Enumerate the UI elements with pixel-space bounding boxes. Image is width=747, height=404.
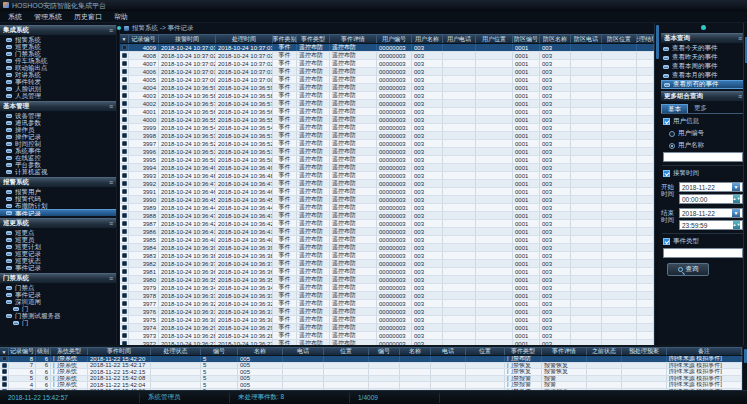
table-row[interactable]: 39842018-10-24 10:36:392018-10-24 10:36:…: [120, 244, 654, 252]
table-row[interactable]: 39942018-10-24 10:36:492018-10-24 10:36:…: [120, 164, 654, 172]
basic-query-item[interactable]: 查看昨天的事件: [661, 53, 745, 62]
sidebar-item[interactable]: 操作员: [0, 126, 116, 133]
sidebar-item[interactable]: 门禁点: [0, 284, 116, 291]
table-row[interactable]: 40082018-10-24 10:37:022018-10-24 10:37:…: [120, 52, 654, 60]
column-header[interactable]: 防区编号: [513, 35, 540, 43]
table-row[interactable]: 39982018-10-24 10:36:532018-10-24 10:36:…: [120, 132, 654, 140]
table-row[interactable]: 39932018-10-24 10:36:482018-10-24 10:36:…: [120, 172, 654, 180]
column-header[interactable]: 用户编号: [377, 35, 412, 43]
event-type-input[interactable]: [663, 248, 743, 258]
section-menu-icon[interactable]: ≡: [738, 92, 742, 101]
recv-time-checkbox[interactable]: [663, 170, 670, 177]
column-header[interactable]: 备注: [667, 348, 742, 355]
column-header[interactable]: 事件类型: [297, 35, 330, 43]
table-row[interactable]: 39902018-10-24 10:36:452018-10-24 10:36:…: [120, 196, 654, 204]
sidebar-item[interactable]: 人脸识别: [0, 85, 116, 92]
column-header[interactable]: 级别: [36, 348, 51, 355]
table-row[interactable]: 40012018-10-24 10:36:562018-10-24 10:36:…: [120, 108, 654, 116]
more-query-header[interactable]: 更多组合查询 ≡: [661, 91, 745, 102]
sidebar-item[interactable]: 布撤防计划: [0, 202, 116, 209]
bottom-table-scrollbar[interactable]: [742, 347, 747, 390]
sidebar-item[interactable]: 巡更状态: [0, 257, 116, 264]
table-row[interactable]: 39732018-10-24 10:36:282018-10-24 10:36:…: [120, 332, 654, 340]
section-menu-icon[interactable]: ≡: [109, 26, 113, 35]
column-header[interactable]: 记录编号: [129, 35, 159, 43]
basic-query-item[interactable]: 查看所有的事件: [661, 80, 745, 89]
table-row[interactable]: 39962018-10-24 10:36:512018-10-24 10:36:…: [120, 148, 654, 156]
table-row[interactable]: 39892018-10-24 10:36:442018-10-24 10:36:…: [120, 204, 654, 212]
table-row[interactable]: 40062018-10-24 10:37:012018-10-24 10:37:…: [120, 68, 654, 76]
sidebar-item[interactable]: 门: [0, 319, 116, 326]
sidebar-item[interactable]: 对讲系统: [0, 71, 116, 78]
column-header[interactable]: 处理状态: [151, 348, 201, 355]
column-header[interactable]: 事件详情: [542, 348, 587, 355]
table-row[interactable]: 39772018-10-24 10:36:322018-10-24 10:36:…: [120, 300, 654, 308]
sidebar-item[interactable]: 门禁系统: [0, 50, 116, 57]
column-header[interactable]: 记录编号: [9, 348, 36, 355]
sidebar-item[interactable]: 巡更点: [0, 229, 116, 236]
sidebar-item[interactable]: 事件转发: [0, 78, 116, 85]
column-header[interactable]: 位置: [466, 348, 505, 355]
table-row[interactable]: 39882018-10-24 10:36:432018-10-24 10:36:…: [120, 212, 654, 220]
sidebar-item[interactable]: 操作记录: [0, 133, 116, 140]
column-header[interactable]: 之前状态: [587, 348, 622, 355]
event-type-checkbox[interactable]: [663, 238, 670, 245]
section-menu-icon[interactable]: ≡: [109, 102, 113, 111]
table-row[interactable]: 40042018-10-24 10:36:592018-10-24 10:36:…: [120, 84, 654, 92]
query-button[interactable]: 查询: [667, 263, 709, 276]
table-row[interactable]: 39922018-10-24 10:36:472018-10-24 10:36:…: [120, 180, 654, 188]
query-panel-scrollbar[interactable]: [743, 23, 747, 345]
table-row[interactable]: 40022018-10-24 10:36:572018-10-24 10:36:…: [120, 100, 654, 108]
column-header[interactable]: 事件时间: [88, 348, 151, 355]
column-header[interactable]: 处理结果: [637, 35, 654, 43]
table-row[interactable]: 39792018-10-24 10:36:342018-10-24 10:36:…: [120, 284, 654, 292]
sidebar-item[interactable]: 事件记录: [0, 209, 116, 216]
sidebar-item[interactable]: 门禁测试服务器: [0, 312, 116, 319]
basic-query-header[interactable]: 基本查询 ≡: [661, 33, 745, 44]
column-header[interactable]: 防区电话: [571, 35, 602, 43]
table-row[interactable]: 40002018-10-24 10:36:552018-10-24 10:36:…: [120, 116, 654, 124]
sidebar-section-header[interactable]: 门禁系统≡: [0, 273, 116, 284]
sidebar-item[interactable]: 时间控制: [0, 140, 116, 147]
table-row[interactable]: 40032018-10-24 10:36:582018-10-24 10:36:…: [120, 92, 654, 100]
table-row[interactable]: 39822018-10-24 10:36:372018-10-24 10:36:…: [120, 260, 654, 268]
start-date-input[interactable]: 2018-11-22 ▼: [679, 182, 743, 192]
sidebar-item[interactable]: 门: [0, 305, 116, 312]
column-header[interactable]: 用户电话: [443, 35, 476, 43]
sidebar-item[interactable]: 事件记录: [0, 291, 116, 298]
sidebar-item[interactable]: 深圳道闸: [0, 298, 116, 305]
column-header[interactable]: 电话: [431, 348, 466, 355]
user-name-radio[interactable]: [669, 143, 675, 149]
column-header[interactable]: 事件详情: [330, 35, 377, 43]
menu-item-0[interactable]: 系统: [2, 11, 28, 23]
sidebar-item[interactable]: 报警用户: [0, 188, 116, 195]
table-row[interactable]: 39762018-10-24 10:36:312018-10-24 10:36:…: [120, 308, 654, 316]
time-spinner-icon[interactable]: ▲▼: [733, 195, 740, 203]
table-row[interactable]: 39872018-10-24 10:36:422018-10-24 10:36:…: [120, 220, 654, 228]
start-time-input[interactable]: 00:00:00 ▲▼: [679, 194, 743, 204]
column-header[interactable]: 用户名称: [412, 35, 443, 43]
table-row[interactable]: 39802018-10-24 10:36:352018-10-24 10:36:…: [120, 276, 654, 284]
basic-query-item[interactable]: 查看本月的事件: [661, 71, 745, 80]
table-row[interactable]: 39972018-10-24 10:36:522018-10-24 10:36:…: [120, 140, 654, 148]
panel-collapse-icon[interactable]: [701, 25, 706, 30]
sidebar-item[interactable]: 巡更系统: [0, 43, 116, 50]
table-row[interactable]: 40092018-10-24 10:37:032018-10-24 10:37:…: [120, 44, 654, 52]
tab-basic[interactable]: 基本: [661, 104, 688, 113]
left-splitter[interactable]: [116, 23, 120, 345]
end-time-input[interactable]: 23:59:59 ▲▼: [679, 220, 743, 230]
column-header[interactable]: 编号: [201, 348, 238, 355]
sidebar-section-header[interactable]: 报警系统≡: [0, 177, 116, 188]
column-header[interactable]: 名称: [400, 348, 431, 355]
section-menu-icon[interactable]: ≡: [738, 34, 742, 43]
column-header[interactable]: 防区位置: [602, 35, 637, 43]
table-row[interactable]: 39812018-10-24 10:36:362018-10-24 10:36:…: [120, 268, 654, 276]
table-row[interactable]: 39742018-10-24 10:36:292018-10-24 10:36:…: [120, 324, 654, 332]
table-row[interactable]: 39912018-10-24 10:36:462018-10-24 10:36:…: [120, 188, 654, 196]
user-info-checkbox[interactable]: [663, 118, 670, 125]
table-row[interactable]: 39852018-10-24 10:36:402018-10-24 10:36:…: [120, 236, 654, 244]
sidebar-item[interactable]: 设备管理: [0, 112, 116, 119]
sidebar-item[interactable]: 通讯参数: [0, 119, 116, 126]
section-menu-icon[interactable]: ≡: [109, 219, 113, 228]
column-header[interactable]: 编号: [369, 348, 400, 355]
